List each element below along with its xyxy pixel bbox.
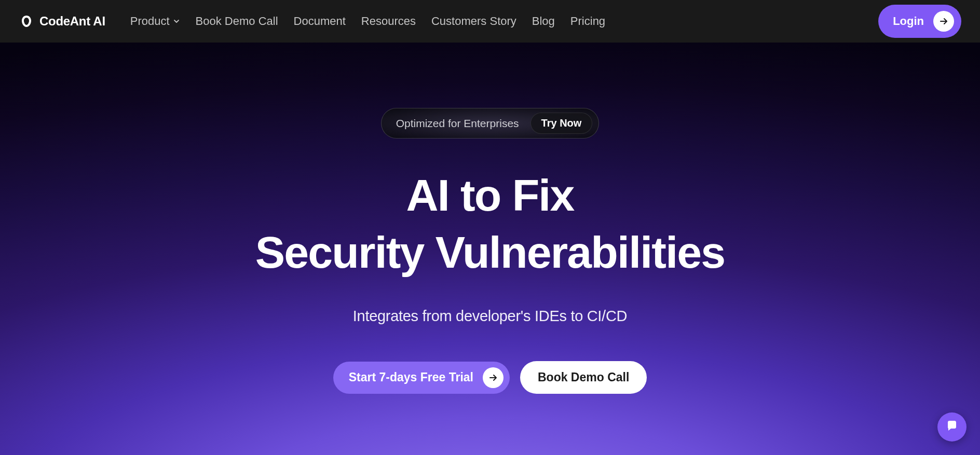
arrow-right-icon [483, 367, 503, 388]
nav-item-book-demo[interactable]: Book Demo Call [196, 15, 278, 28]
arrow-right-icon [933, 11, 954, 32]
nav-item-pricing[interactable]: Pricing [570, 15, 605, 28]
enterprise-pill[interactable]: Optimized for Enterprises Try Now [381, 108, 600, 139]
svg-point-0 [26, 19, 29, 22]
cta-row: Start 7-days Free Trial Book Demo Call [333, 361, 647, 394]
nav-item-customers-story[interactable]: Customers Story [431, 15, 516, 28]
chevron-down-icon [173, 18, 180, 25]
brand-name: CodeAnt AI [39, 14, 105, 29]
book-demo-button[interactable]: Book Demo Call [520, 361, 647, 394]
nav-item-label: Document [294, 15, 346, 28]
headline-line-1: AI to Fix [255, 167, 725, 224]
start-trial-button[interactable]: Start 7-days Free Trial [333, 362, 510, 394]
navbar: CodeAnt AI Product Book Demo Call Docume… [0, 0, 980, 43]
login-label: Login [893, 15, 924, 28]
headline-line-2: Security Vulnerabilities [255, 224, 725, 281]
login-button[interactable]: Login [878, 5, 961, 38]
nav-item-label: Blog [532, 15, 555, 28]
nav-item-label: Customers Story [431, 15, 516, 28]
hero-headline: AI to Fix Security Vulnerabilities [255, 167, 725, 281]
brand-logo[interactable]: CodeAnt AI [19, 13, 105, 29]
nav-item-label: Product [130, 15, 170, 28]
chat-icon [945, 419, 959, 435]
nav-item-document[interactable]: Document [294, 15, 346, 28]
pill-text: Optimized for Enterprises [396, 117, 519, 130]
hero-section: Optimized for Enterprises Try Now AI to … [0, 43, 980, 455]
nav-item-blog[interactable]: Blog [532, 15, 555, 28]
nav-item-product[interactable]: Product [130, 15, 180, 28]
ant-logo-icon [19, 13, 34, 29]
nav-item-resources[interactable]: Resources [361, 15, 416, 28]
login-wrap: Login [878, 5, 961, 38]
nav-item-label: Book Demo Call [196, 15, 278, 28]
hero-subhead: Integrates from developer's IDEs to CI/C… [353, 308, 627, 325]
chat-widget-button[interactable] [937, 412, 967, 442]
try-now-badge[interactable]: Try Now [530, 113, 593, 134]
nav-item-label: Resources [361, 15, 416, 28]
nav-items: Product Book Demo Call Document Resource… [130, 15, 605, 28]
cta-secondary-label: Book Demo Call [538, 370, 629, 384]
cta-primary-label: Start 7-days Free Trial [349, 370, 473, 384]
nav-item-label: Pricing [570, 15, 605, 28]
